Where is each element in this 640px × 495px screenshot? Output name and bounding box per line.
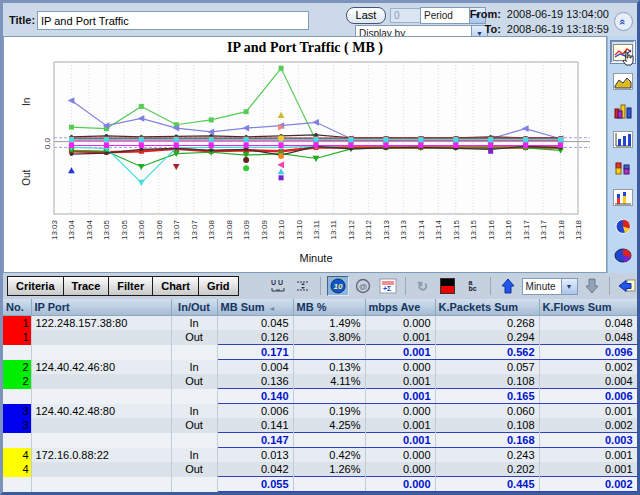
tab-trace[interactable]: Trace <box>63 276 110 296</box>
from-label: From: <box>470 8 501 20</box>
stacked-bar-icon[interactable] <box>610 185 636 209</box>
tab-criteria[interactable]: Criteria <box>7 276 64 296</box>
col-mb-sum[interactable]: MB Sum◄ <box>217 299 293 316</box>
value-cell: 0.001 <box>539 448 637 463</box>
value-cell: 0.126 <box>217 330 293 345</box>
sum-icon[interactable]: +Σ <box>377 276 399 296</box>
value-cell: 0.000 <box>365 316 435 331</box>
subtotal-cell <box>293 389 365 404</box>
decimal-format-icon[interactable]: 10 <box>327 276 349 296</box>
group-color-swatch <box>3 345 31 360</box>
x-tick-label: 13:06 <box>155 219 164 240</box>
line-chart-icon[interactable] <box>610 40 636 64</box>
refresh-icon[interactable]: ↻ <box>412 276 434 296</box>
value-cell: 4.25% <box>293 418 365 433</box>
tab-filter[interactable]: Filter <box>108 276 153 296</box>
area-chart-icon[interactable] <box>610 69 636 93</box>
group-color-swatch: 1 <box>3 316 31 331</box>
in-out-cell <box>171 433 217 448</box>
value-cell: 0.048 <box>539 330 637 345</box>
x-tick-label: 13:18 <box>574 219 583 240</box>
table-row[interactable]: 3124.40.42.48:80In0.0060.19%0.0000.0600.… <box>3 404 637 419</box>
col-mb-pct[interactable]: MB % <box>293 299 365 316</box>
drill-down-icon[interactable] <box>581 276 603 296</box>
subtotal-row[interactable]: 0.0550.0000.4450.002 <box>3 477 637 492</box>
value-cell: 0.001 <box>365 374 435 389</box>
time-unit-select[interactable]: Minute ▼ <box>522 278 578 295</box>
title-input[interactable] <box>37 11 309 30</box>
col-ip-port[interactable]: IP Port <box>31 299 171 316</box>
tab-grid[interactable]: Grid <box>198 276 239 296</box>
table-row[interactable]: 4Out0.0421.26%0.0000.2020.001 <box>3 462 637 477</box>
subtotal-cell: 0.168 <box>435 433 539 448</box>
value-cell: 0.060 <box>435 404 539 419</box>
subtotal-cell: 0.147 <box>217 433 293 448</box>
in-out-cell: Out <box>171 330 217 345</box>
group-color-swatch: 2 <box>3 360 31 375</box>
value-cell: 0.19% <box>293 404 365 419</box>
ip-port-cell: 124.40.42.46:80 <box>31 360 171 375</box>
color-picker-icon[interactable] <box>437 276 459 296</box>
value-cell: 0.141 <box>217 418 293 433</box>
subtotal-row[interactable]: 0.1710.0010.5620.096 <box>3 345 637 360</box>
x-tick-label: 13:16 <box>487 219 496 240</box>
last-count-input[interactable] <box>390 8 422 23</box>
x-tick-label: 13:12 <box>347 219 356 240</box>
value-cell: 0.108 <box>435 418 539 433</box>
drill-up-icon[interactable] <box>497 276 519 296</box>
value-cell: 0.006 <box>217 404 293 419</box>
subtotal-row[interactable]: 0.1470.0010.1680.003 <box>3 433 637 448</box>
subtotal-cell: 0.003 <box>539 433 637 448</box>
x-tick-label: 13:15 <box>452 219 461 240</box>
last-button[interactable]: Last <box>346 7 386 24</box>
in-out-cell <box>171 389 217 404</box>
table-row[interactable]: 2Out0.1364.11%0.0010.1080.004 <box>3 374 637 389</box>
x-tick-label: 13:05 <box>102 219 111 240</box>
col-kflows-sum[interactable]: K.Flows Sum <box>539 299 637 316</box>
value-cell: 0.001 <box>365 418 435 433</box>
ip-port-cell: 124.40.42.48:80 <box>31 404 171 419</box>
merge-rows-icon[interactable]: U U <box>267 276 289 296</box>
in-out-cell: In <box>171 404 217 419</box>
prev-interval-icon[interactable] <box>616 276 638 296</box>
pie-3d-icon[interactable] <box>610 243 636 267</box>
table-row[interactable]: 1122.248.157.38:80In0.0451.49%0.0000.268… <box>3 316 637 331</box>
chevron-up-icon: « <box>619 18 629 24</box>
table-row[interactable]: 1Out0.1263.80%0.0010.2940.048 <box>3 330 637 345</box>
table-row[interactable]: 4172.16.0.88:22In0.0130.42%0.0000.2430.0… <box>3 448 637 463</box>
label-abc-icon[interactable]: abc <box>462 276 484 296</box>
col-mbps-ave[interactable]: mbps Ave <box>365 299 435 316</box>
collapse-panel-button[interactable]: « <box>614 12 633 31</box>
value-cell: 0.001 <box>539 462 637 477</box>
value-cell: 0.004 <box>539 374 637 389</box>
value-cell: 0.108 <box>435 374 539 389</box>
ip-port-cell <box>31 330 171 345</box>
value-cell: 0.042 <box>217 462 293 477</box>
svg-text:Out: Out <box>21 170 32 186</box>
value-cell: 0.000 <box>365 448 435 463</box>
table-row[interactable]: 3Out0.1414.25%0.0010.1080.002 <box>3 418 637 433</box>
col-in-out[interactable]: In/Out <box>171 299 217 316</box>
at-format-icon[interactable]: @ <box>352 276 374 296</box>
col-no[interactable]: No. <box>3 299 31 316</box>
subtotal-row[interactable]: 0.1400.0010.1650.006 <box>3 389 637 404</box>
subtotal-cell <box>293 433 365 448</box>
subtotal-cell <box>293 477 365 492</box>
in-out-cell: In <box>171 360 217 375</box>
x-tick-label: 13:12 <box>364 219 373 240</box>
x-tick-label: 13:13 <box>399 219 408 240</box>
col-kpackets-sum[interactable]: K.Packets Sum <box>435 299 539 316</box>
bar-chart-icon[interactable] <box>610 127 636 151</box>
split-rows-icon[interactable] <box>292 276 314 296</box>
stacked-3d-icon[interactable] <box>610 156 636 180</box>
x-tick-label: 13:08 <box>225 219 234 240</box>
x-tick-label: 13:04 <box>85 219 94 240</box>
table-row[interactable]: 2124.40.42.46:80In0.0040.13%0.0000.0570.… <box>3 360 637 375</box>
column-3d-icon[interactable] <box>610 98 636 122</box>
chart-panel: IP and Port Traffic ( MB ) 13:0313:0413:… <box>3 36 607 273</box>
tab-chart[interactable]: Chart <box>152 276 199 296</box>
top-bar: Title: Last Period ▼ Display by ▼ From:2… <box>3 3 637 36</box>
value-cell: 0.243 <box>435 448 539 463</box>
x-tick-label: 13:08 <box>207 219 216 240</box>
pie-chart-icon[interactable] <box>610 214 636 238</box>
